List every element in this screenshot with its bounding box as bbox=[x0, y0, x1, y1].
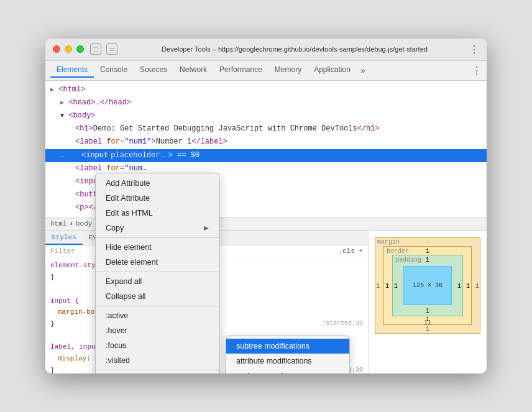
dom-line-h1[interactable]: <h1>Demo: Get Started Debugging JavaScri… bbox=[45, 122, 487, 135]
ctx-sep-2 bbox=[96, 272, 219, 272]
expand-arrow: ▶ bbox=[50, 86, 54, 93]
inspect-icon[interactable]: ⬚ bbox=[90, 43, 101, 55]
maximize-button[interactable] bbox=[76, 45, 84, 53]
padding-left: 1 bbox=[394, 282, 398, 289]
dom-line-html[interactable]: ▶ <html> bbox=[45, 83, 487, 96]
content-box: 125 × 36 bbox=[403, 266, 452, 305]
breadcrumb-html[interactable]: html bbox=[50, 220, 66, 227]
box-model: margin - 1 1 1 border 1 1 1 1 bbox=[375, 237, 480, 334]
ctx-scroll-into-view[interactable]: Scroll into View bbox=[96, 372, 219, 374]
box-model-panel: margin - 1 1 1 border 1 1 1 1 bbox=[369, 231, 487, 373]
margin-left: 1 bbox=[376, 282, 380, 289]
dom-line-label1[interactable]: <label for="num1">Number 1</label> bbox=[45, 135, 487, 149]
tab-elements[interactable]: Elements bbox=[50, 63, 94, 78]
margin-right: 1 bbox=[475, 282, 479, 289]
padding-label: padding 1 bbox=[395, 257, 429, 263]
dom-line-body[interactable]: ▼ <body> bbox=[45, 109, 487, 122]
margin-top: - bbox=[426, 239, 429, 245]
tab-styles[interactable]: Styles bbox=[45, 231, 83, 245]
tab-application[interactable]: Application bbox=[308, 63, 357, 78]
ctx-sep-3 bbox=[96, 306, 219, 306]
traffic-lights bbox=[53, 45, 84, 53]
copy-submenu-arrow: ▶ bbox=[204, 224, 209, 231]
dom-line-input1[interactable]: … <input placeholder … > == $0 bbox=[45, 149, 487, 162]
ctx-hide-element[interactable]: Hide element bbox=[96, 240, 219, 255]
dom-line-head[interactable]: ▶ <head>…</head> bbox=[45, 96, 487, 109]
border-label: border bbox=[387, 248, 409, 255]
breadcrumb-body[interactable]: body bbox=[76, 220, 92, 227]
ctx-delete-element[interactable]: Delete element bbox=[96, 255, 219, 270]
ctx-hover[interactable]: :hover bbox=[96, 323, 219, 338]
ctx-edit-attribute[interactable]: Edit Attribute bbox=[96, 191, 219, 206]
device-icon[interactable]: ▭ bbox=[106, 43, 117, 55]
border-left: 1 bbox=[385, 282, 389, 289]
border-top: 1 bbox=[426, 248, 429, 255]
ctx-focus[interactable]: :focus bbox=[96, 338, 219, 353]
submenu-subtree-mod[interactable]: subtree modifications bbox=[226, 339, 349, 354]
kebab-menu-icon[interactable]: ⋮ bbox=[472, 65, 482, 76]
submenu-break-on: subtree modifications attribute modifica… bbox=[226, 336, 350, 374]
submenu-node-removal[interactable]: node removal bbox=[226, 369, 349, 374]
border-bottom-outer: 11 bbox=[424, 319, 431, 326]
ctx-copy[interactable]: Copy ▶ bbox=[96, 221, 219, 236]
margin-bottom-val: 1 bbox=[426, 326, 429, 332]
context-menu: Add Attribute Edit Attribute Edit as HTM… bbox=[95, 173, 219, 374]
tabbar: Elements Console Sources Network Perform… bbox=[45, 61, 487, 81]
close-button[interactable] bbox=[53, 45, 60, 53]
border-right: 1 bbox=[466, 282, 470, 289]
minimize-button[interactable] bbox=[65, 45, 72, 53]
ctx-sep-4 bbox=[96, 370, 219, 370]
tab-performance[interactable]: Performance bbox=[213, 63, 268, 78]
content-size: 125 × 36 bbox=[413, 282, 443, 289]
ctx-active[interactable]: :active bbox=[96, 308, 219, 323]
tab-sources[interactable]: Sources bbox=[134, 63, 173, 78]
ctx-add-attribute[interactable]: Add Attribute bbox=[96, 176, 219, 191]
more-options-icon[interactable]: ⋮ bbox=[469, 43, 479, 55]
ctx-visited[interactable]: :visited bbox=[96, 353, 219, 368]
window-title: Developer Tools – https://googlechrome.g… bbox=[125, 45, 464, 53]
devtools-window: ⬚ ▭ Developer Tools – https://googlechro… bbox=[45, 39, 487, 374]
ctx-sep-1 bbox=[96, 237, 219, 238]
titlebar-icons: ⬚ ▭ bbox=[90, 43, 117, 55]
devtools-body: ▶ <html> ▶ <head>…</head> ▼ <body> <h1>D… bbox=[45, 81, 487, 374]
ctx-expand-all[interactable]: Expand all bbox=[96, 274, 219, 289]
submenu-attr-mod[interactable]: attribute modifications bbox=[226, 354, 349, 369]
titlebar: ⬚ ▭ Developer Tools – https://googlechro… bbox=[45, 39, 487, 61]
tab-console[interactable]: Console bbox=[94, 63, 134, 78]
padding-bottom-val: 1 bbox=[426, 308, 429, 314]
ctx-edit-html[interactable]: Edit as HTML bbox=[96, 206, 219, 221]
tab-overflow-icon[interactable]: » bbox=[357, 65, 369, 75]
margin-label: margin bbox=[377, 239, 400, 245]
ctx-collapse-all[interactable]: Collapse all bbox=[96, 289, 219, 304]
padding-top: 1 bbox=[426, 257, 429, 263]
tab-network[interactable]: Network bbox=[173, 63, 213, 78]
padding-right: 1 bbox=[457, 282, 461, 289]
tab-memory[interactable]: Memory bbox=[268, 63, 308, 78]
